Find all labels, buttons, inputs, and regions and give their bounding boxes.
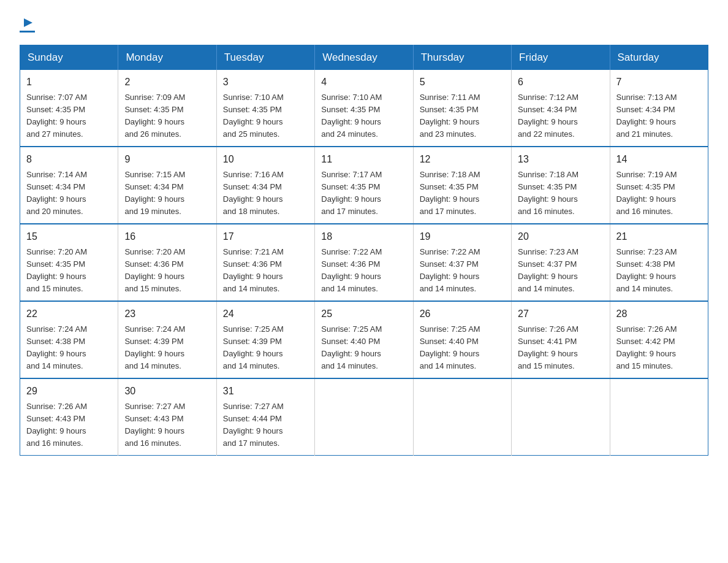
day-cell	[610, 378, 708, 456]
day-number: 18	[321, 229, 406, 244]
day-number: 5	[420, 75, 505, 90]
day-info: Sunrise: 7:27 AMSunset: 4:43 PMDaylight:…	[124, 402, 185, 448]
day-cell: 29 Sunrise: 7:26 AMSunset: 4:43 PMDaylig…	[20, 378, 118, 456]
day-info: Sunrise: 7:25 AMSunset: 4:40 PMDaylight:…	[420, 324, 480, 371]
day-cell: 16 Sunrise: 7:20 AMSunset: 4:36 PMDaylig…	[118, 224, 216, 301]
day-number: 9	[124, 152, 210, 167]
day-cell: 25 Sunrise: 7:25 AMSunset: 4:40 PMDaylig…	[315, 301, 413, 378]
day-number: 4	[321, 75, 406, 90]
day-info: Sunrise: 7:07 AMSunset: 4:35 PMDaylight:…	[26, 93, 87, 139]
day-cell: 23 Sunrise: 7:24 AMSunset: 4:39 PMDaylig…	[118, 301, 216, 378]
day-number: 19	[420, 229, 505, 244]
day-cell: 14 Sunrise: 7:19 AMSunset: 4:35 PMDaylig…	[610, 147, 708, 224]
day-info: Sunrise: 7:12 AMSunset: 4:34 PMDaylight:…	[518, 93, 578, 139]
day-number: 7	[616, 75, 702, 90]
day-number: 13	[518, 152, 603, 167]
week-row-3: 15 Sunrise: 7:20 AMSunset: 4:35 PMDaylig…	[20, 224, 708, 301]
day-number: 11	[321, 152, 406, 167]
day-number: 20	[518, 229, 603, 244]
day-info: Sunrise: 7:10 AMSunset: 4:35 PMDaylight:…	[321, 93, 382, 139]
week-row-4: 22 Sunrise: 7:24 AMSunset: 4:38 PMDaylig…	[20, 301, 708, 378]
day-number: 25	[321, 307, 406, 321]
logo-arrow-icon	[21, 16, 35, 32]
day-cell	[413, 378, 511, 456]
day-number: 2	[124, 75, 210, 90]
day-number: 16	[124, 229, 210, 244]
day-cell: 22 Sunrise: 7:24 AMSunset: 4:38 PMDaylig…	[20, 301, 118, 378]
day-number: 24	[223, 307, 308, 321]
day-info: Sunrise: 7:24 AMSunset: 4:39 PMDaylight:…	[124, 324, 185, 371]
day-info: Sunrise: 7:16 AMSunset: 4:34 PMDaylight:…	[223, 170, 284, 216]
day-number: 21	[616, 229, 702, 244]
week-row-5: 29 Sunrise: 7:26 AMSunset: 4:43 PMDaylig…	[20, 378, 708, 456]
day-number: 10	[223, 152, 308, 167]
day-cell: 30 Sunrise: 7:27 AMSunset: 4:43 PMDaylig…	[118, 378, 216, 456]
day-cell: 10 Sunrise: 7:16 AMSunset: 4:34 PMDaylig…	[216, 147, 314, 224]
day-info: Sunrise: 7:24 AMSunset: 4:38 PMDaylight:…	[26, 324, 87, 371]
day-cell	[315, 378, 413, 456]
calendar-table: SundayMondayTuesdayWednesdayThursdayFrid…	[20, 45, 708, 456]
col-header-saturday: Saturday	[610, 45, 708, 70]
day-cell: 21 Sunrise: 7:23 AMSunset: 4:38 PMDaylig…	[610, 224, 708, 301]
day-cell: 24 Sunrise: 7:25 AMSunset: 4:39 PMDaylig…	[216, 301, 314, 378]
col-header-thursday: Thursday	[413, 45, 511, 70]
col-header-friday: Friday	[512, 45, 610, 70]
day-number: 28	[616, 307, 702, 321]
week-row-1: 1 Sunrise: 7:07 AMSunset: 4:35 PMDayligh…	[20, 70, 708, 147]
day-cell: 27 Sunrise: 7:26 AMSunset: 4:41 PMDaylig…	[512, 301, 610, 378]
day-cell: 3 Sunrise: 7:10 AMSunset: 4:35 PMDayligh…	[216, 70, 314, 147]
day-info: Sunrise: 7:17 AMSunset: 4:35 PMDaylight:…	[321, 170, 382, 216]
day-info: Sunrise: 7:20 AMSunset: 4:35 PMDaylight:…	[26, 247, 87, 294]
day-number: 15	[26, 229, 112, 244]
day-info: Sunrise: 7:23 AMSunset: 4:38 PMDaylight:…	[616, 247, 677, 294]
day-cell: 8 Sunrise: 7:14 AMSunset: 4:34 PMDayligh…	[20, 147, 118, 224]
day-number: 31	[223, 384, 308, 399]
day-number: 3	[223, 75, 308, 90]
day-cell: 7 Sunrise: 7:13 AMSunset: 4:34 PMDayligh…	[610, 70, 708, 147]
col-header-wednesday: Wednesday	[315, 45, 413, 70]
day-number: 27	[518, 307, 603, 321]
header	[20, 15, 708, 33]
day-cell: 6 Sunrise: 7:12 AMSunset: 4:34 PMDayligh…	[512, 70, 610, 147]
day-number: 30	[124, 384, 210, 399]
col-header-monday: Monday	[118, 45, 216, 70]
day-number: 1	[26, 75, 112, 90]
day-cell: 18 Sunrise: 7:22 AMSunset: 4:36 PMDaylig…	[315, 224, 413, 301]
day-info: Sunrise: 7:11 AMSunset: 4:35 PMDaylight:…	[420, 93, 480, 139]
day-number: 14	[616, 152, 702, 167]
col-header-sunday: Sunday	[20, 45, 118, 70]
day-info: Sunrise: 7:23 AMSunset: 4:37 PMDaylight:…	[518, 247, 578, 294]
day-info: Sunrise: 7:10 AMSunset: 4:35 PMDaylight:…	[223, 93, 284, 139]
day-number: 17	[223, 229, 308, 244]
day-info: Sunrise: 7:26 AMSunset: 4:42 PMDaylight:…	[616, 324, 677, 371]
day-info: Sunrise: 7:13 AMSunset: 4:34 PMDaylight:…	[616, 93, 677, 139]
day-info: Sunrise: 7:20 AMSunset: 4:36 PMDaylight:…	[124, 247, 185, 294]
day-info: Sunrise: 7:21 AMSunset: 4:36 PMDaylight:…	[223, 247, 284, 294]
day-info: Sunrise: 7:26 AMSunset: 4:41 PMDaylight:…	[518, 324, 578, 371]
day-cell: 19 Sunrise: 7:22 AMSunset: 4:37 PMDaylig…	[413, 224, 511, 301]
day-cell: 12 Sunrise: 7:18 AMSunset: 4:35 PMDaylig…	[413, 147, 511, 224]
day-cell: 13 Sunrise: 7:18 AMSunset: 4:35 PMDaylig…	[512, 147, 610, 224]
day-cell: 2 Sunrise: 7:09 AMSunset: 4:35 PMDayligh…	[118, 70, 216, 147]
day-cell: 28 Sunrise: 7:26 AMSunset: 4:42 PMDaylig…	[610, 301, 708, 378]
day-cell: 31 Sunrise: 7:27 AMSunset: 4:44 PMDaylig…	[216, 378, 314, 456]
day-info: Sunrise: 7:22 AMSunset: 4:36 PMDaylight:…	[321, 247, 382, 294]
day-cell: 9 Sunrise: 7:15 AMSunset: 4:34 PMDayligh…	[118, 147, 216, 224]
day-cell: 20 Sunrise: 7:23 AMSunset: 4:37 PMDaylig…	[512, 224, 610, 301]
day-cell: 4 Sunrise: 7:10 AMSunset: 4:35 PMDayligh…	[315, 70, 413, 147]
day-number: 22	[26, 307, 112, 321]
day-number: 12	[420, 152, 505, 167]
day-info: Sunrise: 7:25 AMSunset: 4:39 PMDaylight:…	[223, 324, 284, 371]
week-row-2: 8 Sunrise: 7:14 AMSunset: 4:34 PMDayligh…	[20, 147, 708, 224]
day-info: Sunrise: 7:14 AMSunset: 4:34 PMDaylight:…	[26, 170, 87, 216]
day-number: 29	[26, 384, 112, 399]
day-info: Sunrise: 7:18 AMSunset: 4:35 PMDaylight:…	[518, 170, 578, 216]
day-cell: 17 Sunrise: 7:21 AMSunset: 4:36 PMDaylig…	[216, 224, 314, 301]
day-number: 6	[518, 75, 603, 90]
logo	[20, 15, 35, 33]
day-info: Sunrise: 7:15 AMSunset: 4:34 PMDaylight:…	[124, 170, 185, 216]
day-info: Sunrise: 7:19 AMSunset: 4:35 PMDaylight:…	[616, 170, 677, 216]
day-info: Sunrise: 7:27 AMSunset: 4:44 PMDaylight:…	[223, 402, 284, 448]
day-number: 26	[420, 307, 505, 321]
day-cell: 15 Sunrise: 7:20 AMSunset: 4:35 PMDaylig…	[20, 224, 118, 301]
